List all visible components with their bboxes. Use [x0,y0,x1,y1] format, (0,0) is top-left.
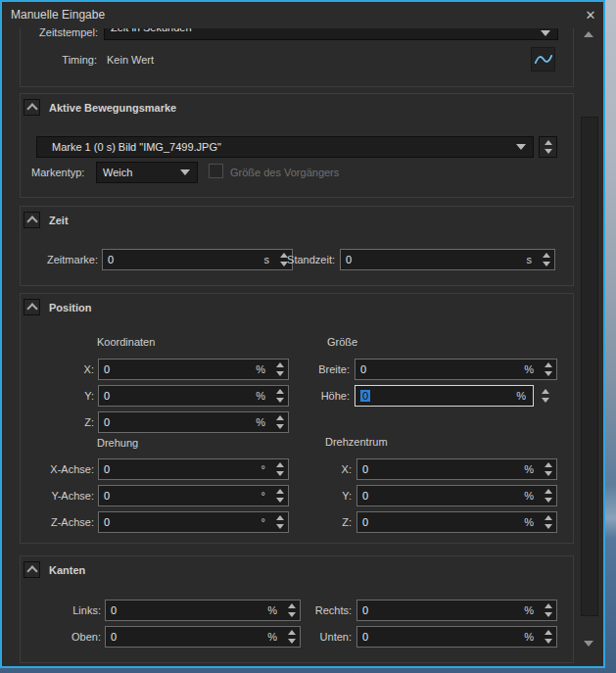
zeit-header: Zeit [24,212,69,228]
unten-field[interactable]: 0 % [356,626,557,648]
standzeit-field[interactable]: 0 s [340,249,555,270]
z-achse-field[interactable]: 0 ° [98,511,289,533]
field-unit: % [524,363,534,375]
vorgaenger-checkbox[interactable] [209,164,223,178]
spinner[interactable] [541,601,556,620]
chevron-up-icon [26,216,37,226]
spin-down-icon [545,639,552,644]
spinner[interactable] [541,360,556,379]
spin-up-icon [545,603,552,608]
collapse-button[interactable] [24,299,40,315]
field-value: 0 [357,463,524,475]
spin-up-icon [545,362,552,367]
marke-spinner[interactable] [539,136,557,158]
collapse-button[interactable] [24,99,40,116]
links-label: Links: [39,604,101,616]
spin-up-icon [276,515,284,520]
dz-z-field[interactable]: 0 % [356,511,557,533]
y-achse-field[interactable]: 0 ° [98,485,289,506]
oben-field[interactable]: 0 % [105,626,301,648]
field-value: 0 [103,254,264,265]
coord-y-label: Y: [39,390,94,402]
rechts-field[interactable]: 0 % [356,600,557,621]
zeitstempel-dropdown[interactable]: Zeit in Sekunden [104,28,558,40]
spin-up-icon [276,415,284,420]
field-value: 0 [99,490,261,502]
dz-x-field[interactable]: 0 % [356,458,557,480]
spin-down-icon [276,424,284,429]
field-unit: % [267,631,277,643]
position-header: Position [24,299,91,315]
scrollbar-down-button[interactable] [584,641,593,647]
markentyp-value: Weich [97,167,180,178]
spin-up-icon [542,389,549,394]
field-value: 0 [99,390,256,402]
markentyp-dropdown[interactable]: Weich [96,162,198,183]
x-achse-field[interactable]: 0 ° [98,458,289,480]
koordinaten-header: Koordinaten [97,336,155,348]
field-unit: ° [261,516,265,528]
coord-z-label: Z: [39,416,94,428]
y-achse-label: Y-Achse: [29,490,94,502]
close-button[interactable]: ✕ [582,6,599,24]
spinner[interactable] [539,250,554,269]
selected-value: 0 [360,390,370,402]
spin-down-icon [545,612,552,617]
section-title: Aktive Bewegungsmarke [49,102,176,114]
close-icon: ✕ [586,8,596,23]
hoehe-label: Höhe: [281,390,350,402]
scrollbar-up-button[interactable] [584,31,593,37]
spinner[interactable] [541,627,556,647]
section-title: Zeit [49,215,69,226]
field-value: 0 [99,363,256,375]
unten-label: Unten: [284,631,352,643]
timing-curve-button[interactable] [531,47,555,72]
oben-label: Oben: [39,631,101,643]
spin-up-icon [545,140,552,145]
spin-up-icon [545,630,552,635]
spinner[interactable] [272,459,288,479]
title-bar[interactable]: Manuelle Eingabe ✕ [2,2,603,27]
chevron-down-icon [541,30,550,36]
field-value: 0 [106,631,267,643]
coord-y-field[interactable]: 0 % [98,385,289,407]
spinner[interactable] [272,412,288,432]
dz-y-field[interactable]: 0 % [356,485,557,506]
spin-down-icon [545,524,552,529]
field-unit: % [524,631,534,643]
coord-z-field[interactable]: 0 % [98,411,289,433]
coord-x-field[interactable]: 0 % [98,359,289,380]
links-field[interactable]: 0 % [105,600,301,621]
spin-down-icon [543,262,550,266]
field-unit: % [524,604,534,616]
breite-label: Breite: [281,363,350,375]
collapse-button[interactable] [24,212,40,228]
breite-field[interactable]: 0 % [355,359,557,380]
scrollbar-thumb[interactable] [581,117,598,616]
hoehe-field-focused[interactable]: 0 % [355,385,534,407]
spin-down-icon [276,498,284,503]
spin-down-icon [545,371,552,376]
spinner[interactable] [541,459,556,479]
marke-dropdown[interactable]: Marke 1 (0 s) Bild "IMG_7499.JPG" [36,136,534,158]
spin-up-icon [543,253,550,258]
bewegungsmarke-header: Aktive Bewegungsmarke [24,99,176,116]
x-achse-label: X-Achse: [29,463,94,475]
spin-up-icon [545,462,552,467]
chevron-up-icon [26,103,37,114]
spinner[interactable] [272,512,288,532]
z-achse-label: Z-Achse: [29,516,94,528]
drehung-header: Drehung [97,437,138,449]
spin-down-icon [545,471,552,476]
dz-z-label: Z: [296,516,352,528]
field-value: 0 [357,631,524,643]
hoehe-spinner[interactable] [538,385,553,407]
spinner[interactable] [272,486,288,505]
field-unit: % [256,416,265,428]
spinner[interactable] [541,512,556,532]
spin-up-icon [545,515,552,520]
field-unit: s [527,254,533,265]
collapse-button[interactable] [24,561,40,578]
spinner[interactable] [541,486,556,505]
coord-x-label: X: [39,363,94,375]
